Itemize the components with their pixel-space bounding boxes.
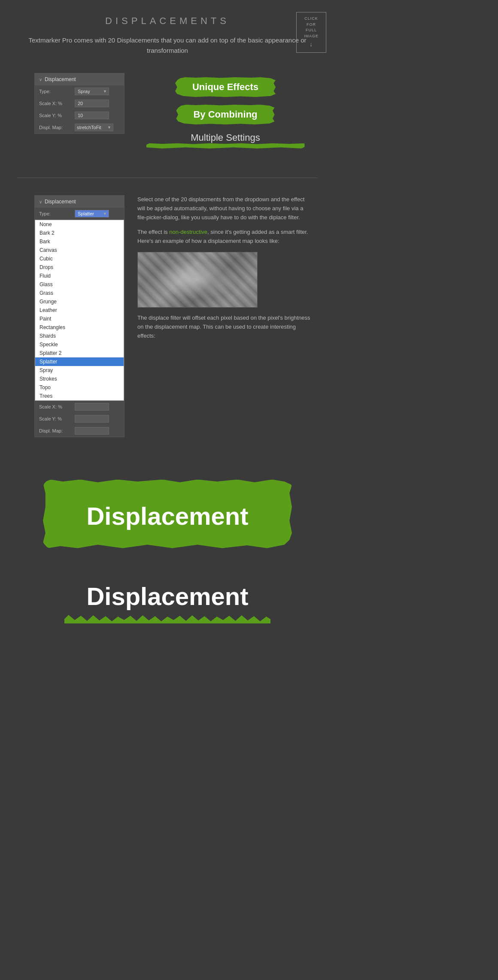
panel-2-displmap-label: Displ. Map: [39,428,71,433]
dropdown-item-spray[interactable]: Spray [35,366,124,375]
big-displacement-text: Displacement [0,484,335,547]
panel-2-type-label: Type: [39,211,71,216]
full-image-badge[interactable]: CLICK FOR FULL IMAGE ↓ [296,12,326,53]
panel-1-displmap-label: Displ. Map: [39,125,71,130]
dropdown-item-rectangles[interactable]: Rectangles [35,323,124,332]
panel-1-header-label: Displacement [45,76,76,82]
dropdown-item-speckle[interactable]: Speckle [35,340,124,349]
dropdown-item-none[interactable]: None [35,220,124,229]
scale-x-input[interactable] [75,100,109,107]
dropdown-item-drops[interactable]: Drops [35,263,124,272]
type-select[interactable] [75,88,109,95]
panel-2-scalex-row: Scale X: % [35,401,124,413]
dropdown-item-leather[interactable]: Leather [35,306,124,315]
panel-2-scaley-label: Scale Y: % [39,416,71,421]
section2-para2-suffix: , since it's getting added as a smart fi… [207,229,308,235]
panel-1-type-label: Type: [39,89,71,94]
bottom-brush-line [64,615,270,623]
section2-para4: The displace filter will offset each pix… [137,314,313,340]
badge-text-line3: FULL [306,28,317,32]
dropdown-item-glass[interactable]: Glass [35,280,124,289]
type-select-wrapper[interactable]: ▼ [75,88,109,95]
badge-text-line4: IMAGE [304,34,319,38]
panel-2-type-select[interactable] [75,210,109,218]
panel-1-type-row: Type: ▼ [35,85,124,97]
section2-para3: Here's an example of how a displacement … [137,238,279,244]
non-destructive-text: non-destructive [169,229,207,235]
panel-1-chevron: ∨ [39,77,42,82]
brush-underline [146,143,305,148]
effect-text-3: Multiple Settings [191,132,260,143]
dropdown-item-trees[interactable]: Trees [35,392,124,400]
section-1: ∨ Displacement Type: ▼ Scale X: % Scale … [0,64,335,173]
badge-arrow: ↓ [301,40,322,49]
displacement-panel-1: ∨ Displacement Type: ▼ Scale X: % Scale … [34,73,125,134]
dropdown-item-splatter[interactable]: Splatter [35,357,124,366]
panel-2-scale-x-input[interactable] [75,403,109,411]
big-displacement-section: Displacement [0,472,335,556]
dropdown-item-splatter2[interactable]: Splatter 2 [35,349,124,357]
panel-1-scalex-label: Scale X: % [39,101,71,106]
panel-2-scaley-row: Scale Y: % [35,413,124,425]
displacement-map-image [137,252,258,308]
dropdown-item-cubic[interactable]: Cubic [35,254,124,263]
dropdown-item-bark[interactable]: Bark [35,237,124,246]
section-divider [17,178,318,178]
dropdown-item-shards[interactable]: Shards [35,332,124,340]
effect-line-2: By Combining [137,105,313,124]
displ-map-select-wrapper[interactable]: ▼ [75,124,113,131]
dropdown-item-bark2[interactable]: Bark 2 [35,229,124,237]
dropdown-item-fluid[interactable]: Fluid [35,272,124,280]
displacement-panel-2: ∨ Displacement Type: ▼ None Bark 2 Bark … [34,195,125,437]
panel-1-scalex-row: Scale X: % [35,97,124,109]
panel-1-displmap-row: Displ. Map: ▼ [35,121,124,133]
section2-para2: The effect is non-destructive, since it'… [137,228,313,246]
section2-para1: Select one of the 20 displacments from t… [137,195,313,222]
scale-y-input[interactable] [75,112,109,119]
displ-map-select[interactable] [75,124,113,131]
dropdown-list: None Bark 2 Bark Canvas Cubic Drops Flui… [35,220,124,401]
dropdown-item-topo[interactable]: Topo [35,383,124,392]
badge-text-line2: FOR [307,22,316,27]
panel-2-type-select-wrapper[interactable]: ▼ [75,210,109,218]
section2-para2-prefix: The effect is [137,229,169,235]
effect-text-2: By Combining [193,109,257,120]
page-subtitle: Textmarker Pro comes with 20 Displacemen… [0,31,335,64]
effects-area: Unique Effects By Combining Multiple Set… [137,73,313,156]
section2-text-area: Select one of the 20 displacments from t… [137,195,313,346]
panel-1-scaley-row: Scale Y: % [35,109,124,121]
panel-1-scaley-label: Scale Y: % [39,113,71,118]
dropdown-item-grass[interactable]: Grass [35,289,124,297]
page-title: DISPLACEMENTS [0,0,335,31]
dropdown-item-paint[interactable]: Paint [35,315,124,323]
bottom-displacement-section: Displacement [0,565,335,649]
effect-line-1: Unique Effects [137,77,313,97]
effect-line-3: Multiple Settings [137,132,313,148]
panel-2-displmap-row: Displ. Map: [35,425,124,437]
effect-text-1: Unique Effects [192,82,258,92]
panel-2-scalex-label: Scale X: % [39,404,71,409]
dropdown-item-canvas[interactable]: Canvas [35,246,124,254]
dropdown-item-strokes[interactable]: Strokes [35,375,124,383]
bottom-displacement-text: Displacement [0,582,335,611]
panel-2-displ-map-input[interactable] [75,427,109,435]
panel-2-chevron: ∨ [39,200,42,204]
panel-2-header-label: Displacement [45,199,76,205]
panel-1-header: ∨ Displacement [35,73,124,85]
panel-2-scale-y-input[interactable] [75,415,109,423]
panel-2-header: ∨ Displacement [35,196,124,208]
dropdown-item-grunge[interactable]: Grunge [35,297,124,306]
panel-2-type-row: Type: ▼ [35,208,124,220]
section-2: ∨ Displacement Type: ▼ None Bark 2 Bark … [0,182,335,454]
badge-text-line1: CLICK [304,16,318,21]
